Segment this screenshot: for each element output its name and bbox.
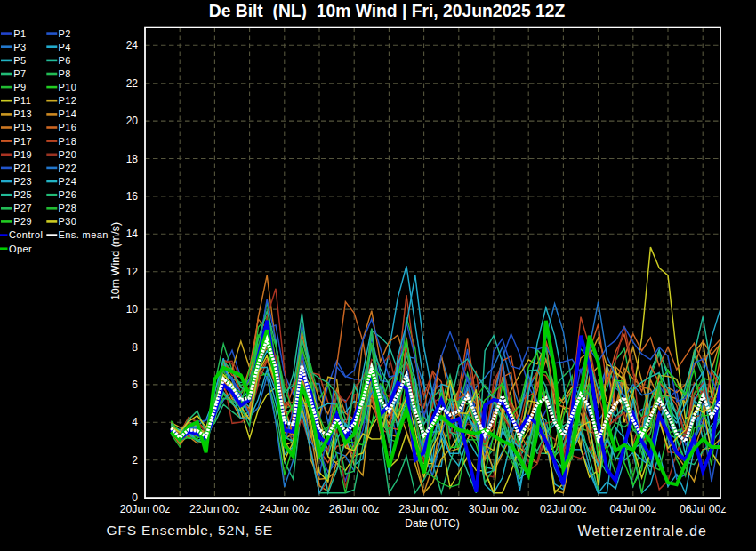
svg-text:P13: P13 (13, 108, 32, 119)
svg-text:P8: P8 (59, 68, 71, 79)
svg-text:P18: P18 (59, 136, 77, 147)
svg-text:P5: P5 (13, 55, 26, 66)
svg-text:P6: P6 (59, 55, 71, 66)
svg-text:P17: P17 (13, 136, 32, 147)
svg-text:P2: P2 (59, 28, 71, 39)
svg-text:P26: P26 (59, 189, 77, 200)
svg-text:8: 8 (132, 341, 138, 354)
svg-text:P24: P24 (59, 176, 77, 187)
svg-text:P22: P22 (59, 163, 77, 173)
svg-text:P28: P28 (59, 203, 77, 213)
svg-text:30Jun 00z: 30Jun 00z (469, 503, 519, 515)
svg-text:10m Wind (m/s): 10m Wind (m/s) (109, 222, 122, 300)
svg-text:P4: P4 (59, 42, 71, 52)
svg-text:P7: P7 (13, 68, 26, 79)
svg-text:Date (UTC): Date (UTC) (405, 517, 459, 530)
svg-text:P12: P12 (59, 95, 77, 106)
svg-text:P30: P30 (59, 216, 77, 227)
svg-text:4: 4 (132, 416, 138, 428)
svg-text:26Jun 00z: 26Jun 00z (329, 503, 380, 515)
svg-text:14: 14 (126, 228, 139, 240)
svg-text:24Jun 00z: 24Jun 00z (259, 503, 310, 515)
svg-text:Oper: Oper (9, 244, 32, 254)
svg-text:6: 6 (132, 379, 138, 391)
svg-text:P3: P3 (13, 42, 26, 52)
svg-text:0: 0 (132, 491, 138, 504)
svg-text:22: 22 (126, 77, 139, 90)
svg-text:P19: P19 (13, 149, 32, 160)
svg-text:04Jul 00z: 04Jul 00z (609, 503, 656, 515)
svg-text:P15: P15 (13, 122, 32, 132)
svg-text:P14: P14 (59, 108, 77, 119)
svg-text:10: 10 (126, 303, 139, 315)
svg-text:12: 12 (126, 266, 139, 278)
svg-text:28Jun 00z: 28Jun 00z (398, 503, 449, 515)
svg-text:P25: P25 (13, 189, 32, 200)
svg-text:De Bilt (NL) 10m Wind | Fri,: De Bilt (NL) 10m Wind | Fri, 20Jun2025 1… (209, 2, 566, 20)
svg-text:P10: P10 (59, 82, 77, 92)
svg-text:P16: P16 (59, 122, 77, 132)
svg-text:P11: P11 (13, 95, 31, 106)
svg-text:18: 18 (126, 153, 139, 165)
svg-text:20Jun 00z: 20Jun 00z (120, 503, 171, 515)
svg-text:GFS Ensemble, 52N, 5E: GFS Ensemble, 52N, 5E (107, 523, 274, 538)
svg-text:20: 20 (126, 115, 139, 127)
svg-text:Control: Control (9, 229, 43, 240)
svg-text:P23: P23 (13, 176, 32, 187)
svg-text:22Jun 00z: 22Jun 00z (189, 503, 240, 515)
svg-text:P29: P29 (13, 216, 32, 227)
svg-text:P21: P21 (13, 163, 32, 173)
svg-text:06Jul 00z: 06Jul 00z (680, 503, 727, 515)
svg-text:16: 16 (126, 190, 139, 203)
svg-text:24: 24 (126, 39, 139, 52)
svg-text:Wetterzentrale.de: Wetterzentrale.de (578, 523, 708, 539)
svg-text:P1: P1 (13, 28, 26, 39)
svg-text:2: 2 (132, 454, 138, 467)
svg-text:P9: P9 (13, 82, 26, 92)
svg-text:P27: P27 (13, 203, 32, 213)
svg-text:P20: P20 (59, 149, 77, 160)
svg-text:Ens. mean: Ens. mean (59, 229, 109, 240)
svg-text:02Jul 00z: 02Jul 00z (540, 503, 587, 515)
